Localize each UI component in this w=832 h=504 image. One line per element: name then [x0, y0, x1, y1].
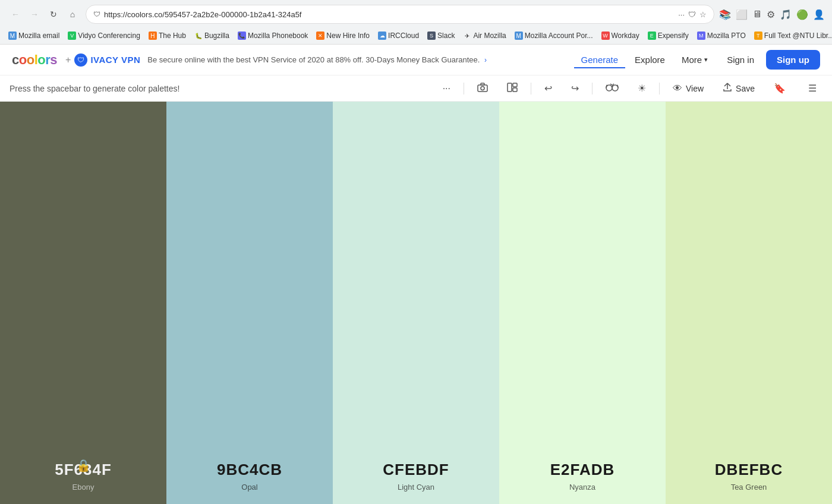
bookmark-icon-vidyo: V — [68, 32, 76, 40]
redo-icon: ↪ — [571, 83, 579, 94]
export-button[interactable]: Save — [717, 80, 761, 97]
bookmark-label-phonebook: Mozilla Phonebook — [248, 32, 308, 40]
bookmark-icon-phonebook: 📞 — [238, 32, 246, 40]
layout-button[interactable] — [501, 80, 524, 97]
home-button[interactable]: ⌂ — [64, 6, 81, 23]
adjust-button[interactable]: ☀ — [632, 80, 652, 97]
svg-rect-5 — [513, 88, 517, 92]
bookmark-expensify[interactable]: E Expensify — [644, 30, 692, 41]
signup-button[interactable]: Sign up — [766, 50, 820, 70]
bookmark-icon-mozilla-pto: M — [697, 32, 705, 40]
profile-icon[interactable]: 👤 — [813, 9, 825, 20]
bookmark-slack[interactable]: S Slack — [424, 30, 458, 41]
hamburger-menu-button[interactable]: ☰ — [802, 80, 822, 97]
nav-link-explore[interactable]: Explore — [628, 51, 672, 68]
camera-button[interactable] — [471, 80, 494, 97]
app-container: coolors + 🛡 IVACY VPN Be secure online w… — [0, 45, 832, 504]
color-hex-3: CFEBDF — [383, 461, 449, 479]
bookmark-mozilla-pto[interactable]: M Mozilla PTO — [694, 30, 749, 41]
bookmark-hub[interactable]: H The Hub — [145, 30, 190, 41]
more-chevron-icon: ▾ — [704, 56, 708, 64]
library-icon[interactable]: 📚 — [719, 9, 731, 20]
svg-point-1 — [481, 86, 484, 90]
lock-icon[interactable]: 🔒 — [76, 458, 91, 472]
nav-link-more[interactable]: More ▾ — [675, 51, 715, 68]
toolbar-divider-1 — [464, 83, 464, 94]
bookmark-irccloud[interactable]: ☁ IRCCloud — [374, 30, 423, 41]
toolbar-hint: Press the spacebar to generate color pal… — [10, 84, 437, 93]
browser-right-icons: 📚 ⬜ 🖥 ⚙ 🎵 🟢 👤 — [719, 9, 825, 20]
music-icon[interactable]: 🎵 — [780, 9, 792, 20]
firefox-account-icon[interactable]: 🟢 — [796, 9, 808, 20]
svg-rect-4 — [513, 83, 517, 87]
color-name-5: Tea Green — [731, 483, 767, 492]
bookmark-mozilla-email[interactable]: M Mozilla email — [5, 30, 63, 41]
hamburger-icon: ☰ — [808, 83, 817, 94]
bookmark-new-hire[interactable]: ✕ New Hire Info — [313, 30, 373, 41]
signin-button[interactable]: Sign in — [717, 51, 764, 68]
nav-link-generate[interactable]: Generate — [574, 51, 626, 68]
bookmark-label-full-text: Full Text @NTU Libr... — [764, 32, 832, 40]
bookmark-label-workday: Workday — [612, 32, 639, 40]
forward-button[interactable]: → — [26, 6, 43, 23]
bookmark-icon-new-hire: ✕ — [316, 32, 324, 40]
bookmark-label-hub: The Hub — [159, 32, 186, 40]
browser-titlebar: ← → ↻ ⌂ 🛡 https://coolors.co/595457-2a2b… — [0, 0, 832, 27]
color-name-2: Opal — [241, 483, 257, 492]
bookmark-label-air-mozilla: Air Mozilla — [473, 32, 506, 40]
bookmark-label-bugzilla: Bugzilla — [204, 32, 229, 40]
bookmark-icon-full-text: T — [754, 32, 762, 40]
three-dots-icon: ··· — [443, 83, 450, 94]
svg-rect-2 — [481, 83, 484, 85]
undo-icon: ↩ — [544, 83, 552, 94]
bookmark-icon-mozilla-email: M — [8, 32, 17, 40]
address-bar-actions: ··· 🛡 ☆ — [678, 10, 707, 19]
vpn-tagline: Be secure online with the best VPN Servi… — [147, 55, 573, 64]
shield-icon[interactable]: 🛡 — [688, 10, 696, 19]
bookmark-label-vidyo: Vidyo Conferencing — [78, 32, 140, 40]
eye-icon: 👁 — [673, 83, 682, 94]
redo-button[interactable]: ↪ — [565, 80, 585, 97]
accessibility-button[interactable] — [600, 80, 625, 97]
reload-button[interactable]: ↻ — [45, 6, 62, 23]
save-button[interactable]: 🔖 — [768, 80, 795, 97]
bookmark-star-icon[interactable]: ☆ — [699, 10, 707, 19]
more-icon[interactable]: ··· — [678, 10, 685, 19]
screenshot-icon[interactable]: 🖥 — [752, 9, 762, 20]
bookmark-bugzilla[interactable]: 🐛 Bugzilla — [191, 30, 233, 41]
bookmark-icon-mozilla-account: M — [515, 32, 523, 40]
color-swatch-2[interactable]: 9BC4CB Opal — [166, 102, 333, 504]
bookmark-mozilla-account[interactable]: M Mozilla Account Por... — [511, 30, 597, 41]
share-icon — [723, 83, 732, 94]
bookmark-vidyo[interactable]: V Vidyo Conferencing — [64, 30, 144, 41]
color-hex-5: DBEFBC — [715, 461, 783, 479]
bookmark-full-text[interactable]: T Full Text @NTU Libr... — [751, 30, 832, 41]
sidebar-icon[interactable]: ⬜ — [736, 9, 748, 20]
color-swatch-1[interactable]: 🔒 5F634F Ebony — [0, 102, 166, 504]
vpn-chevron-icon[interactable]: › — [484, 56, 487, 64]
color-hex-2: 9BC4CB — [217, 461, 282, 479]
toolbar-divider-4 — [659, 83, 660, 94]
bookmark-workday[interactable]: W Workday — [598, 30, 643, 41]
color-swatch-3[interactable]: CFEBDF Light Cyan — [333, 102, 499, 504]
bookmark-air-mozilla[interactable]: ✈ Air Mozilla — [459, 30, 509, 41]
svg-point-7 — [612, 85, 618, 91]
toolbar-divider-2 — [531, 83, 531, 94]
more-options-button[interactable]: ··· — [437, 80, 456, 97]
undo-button[interactable]: ↩ — [538, 80, 558, 97]
back-button[interactable]: ← — [7, 6, 24, 23]
security-icon: 🛡 — [93, 10, 100, 18]
address-bar[interactable]: 🛡 https://coolors.co/595457-2a2b2e-00000… — [86, 5, 714, 24]
app-logo[interactable]: coolors — [12, 52, 57, 68]
color-swatch-4[interactable]: E2FADB Nyanza — [499, 102, 666, 504]
logo-plus-separator: + — [65, 55, 71, 65]
bookmark-phonebook[interactable]: 📞 Mozilla Phonebook — [234, 30, 311, 41]
bookmark-icon-air-mozilla: ✈ — [463, 32, 471, 40]
svg-rect-0 — [478, 85, 487, 92]
vpn-badge[interactable]: 🛡 IVACY VPN — [74, 53, 140, 67]
bookmark-icon-workday: W — [601, 32, 610, 40]
view-button[interactable]: 👁 View — [667, 80, 710, 97]
extensions-icon[interactable]: ⚙ — [767, 9, 775, 20]
color-name-3: Light Cyan — [398, 483, 434, 492]
color-swatch-5[interactable]: DBEFBC Tea Green — [666, 102, 832, 504]
